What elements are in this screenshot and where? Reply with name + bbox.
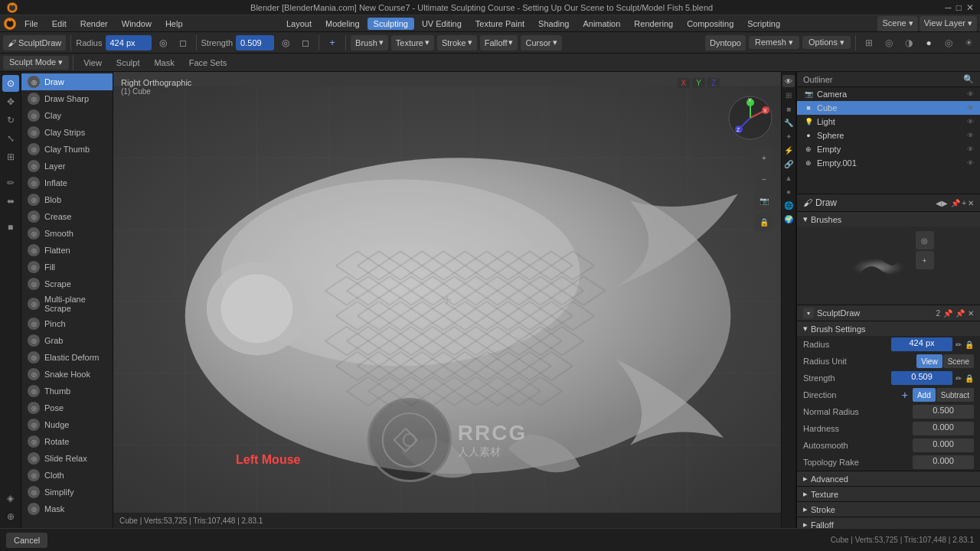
menu-help[interactable]: Help bbox=[159, 18, 189, 30]
texture-dropdown[interactable]: Texture ▾ bbox=[391, 35, 434, 51]
workspace-modeling[interactable]: Modeling bbox=[319, 18, 366, 30]
outliner-item-eye[interactable]: 👁 bbox=[967, 159, 974, 167]
subtract-direction-btn[interactable]: Subtract bbox=[936, 388, 974, 402]
direction-add-icon[interactable]: + bbox=[902, 389, 908, 401]
brush-item-scrape[interactable]: ◎Scrape bbox=[21, 276, 113, 292]
icon-tab-particles[interactable]: ✦ bbox=[782, 130, 795, 142]
direction-icon[interactable]: + bbox=[324, 34, 341, 51]
brush-prev-icon2[interactable]: + bbox=[916, 251, 934, 269]
menu-edit[interactable]: Edit bbox=[46, 18, 73, 30]
tool-measure[interactable]: ⬌ bbox=[2, 193, 19, 210]
tool-annotate[interactable]: ✏ bbox=[2, 174, 19, 191]
falloff-dropdown[interactable]: Falloff ▾ bbox=[480, 35, 518, 51]
strength-value-input[interactable]: 0.509 bbox=[891, 371, 952, 385]
brush-item-pinch[interactable]: ◎Pinch bbox=[21, 315, 113, 332]
workspace-scripting[interactable]: Scripting bbox=[741, 18, 786, 30]
sculpt-draw-toggle[interactable]: ▾ bbox=[803, 308, 814, 318]
view-layer-select[interactable]: View Layer ▾ bbox=[920, 16, 977, 31]
brush-item-pose[interactable]: ◎Pose bbox=[21, 399, 113, 416]
strength-input-wrapper[interactable]: 0.509 bbox=[236, 35, 274, 51]
navigation-gizmo[interactable]: X Y Z bbox=[727, 95, 773, 141]
brush-item-multi-plane-scrape[interactable]: ◎Multi-plane Scrape bbox=[21, 292, 113, 315]
radius-toggle2[interactable]: ◻ bbox=[175, 34, 191, 51]
cancel-button[interactable]: Cancel bbox=[6, 533, 47, 548]
scene-btn[interactable]: Scene bbox=[943, 354, 974, 368]
normal-radius-input[interactable]: 0.500 bbox=[913, 405, 974, 419]
brush-dropdown[interactable]: Brush ▾ bbox=[351, 35, 388, 51]
menu-file[interactable]: File bbox=[18, 18, 44, 30]
brush-item-rotate[interactable]: ◎Rotate bbox=[21, 433, 113, 450]
cursor-dropdown[interactable]: Cursor ▾ bbox=[521, 35, 561, 51]
brush-item-draw-sharp[interactable]: ◎Draw Sharp bbox=[21, 90, 113, 107]
outliner-item-light[interactable]: 💡 Light 👁 bbox=[797, 115, 980, 129]
icon-tab-material[interactable]: ● bbox=[782, 185, 795, 197]
dyntopo-toggle[interactable]: Dyntopo bbox=[705, 35, 746, 51]
strength-lock-icon[interactable]: 🔒 bbox=[965, 374, 974, 383]
radius-pen-icon[interactable]: ✏ bbox=[956, 341, 962, 349]
tool-cursor[interactable]: ⊙ bbox=[2, 75, 19, 92]
shading-render-icon[interactable]: ☀ bbox=[960, 34, 977, 51]
icon-tab-world[interactable]: 🌍 bbox=[782, 213, 795, 225]
viewports-icon[interactable]: ⊞ bbox=[861, 34, 877, 51]
icon-tab-physics[interactable]: ⚡ bbox=[782, 144, 795, 156]
brush-item-clay[interactable]: ◎Clay bbox=[21, 107, 113, 124]
zoom-out-btn[interactable]: − bbox=[755, 170, 773, 188]
tool-add-cube[interactable]: ■ bbox=[2, 219, 19, 236]
brush-item-inflate[interactable]: ◎Inflate bbox=[21, 174, 113, 191]
options-button[interactable]: Options ▾ bbox=[802, 36, 851, 49]
brush-item-crease[interactable]: ◎Crease bbox=[21, 208, 113, 225]
viewport[interactable]: Right Orthographic (1) Cube Left Mouse +… bbox=[113, 72, 781, 528]
brush-item-blob[interactable]: ◎Blob bbox=[21, 191, 113, 208]
workspace-uv-editing[interactable]: UV Editing bbox=[416, 18, 468, 30]
workspace-shading[interactable]: Shading bbox=[532, 18, 575, 30]
brush-item-flatten[interactable]: ◎Flatten bbox=[21, 242, 113, 259]
mode-sculpt[interactable]: Sculpt bbox=[110, 56, 146, 70]
strength-toggle2[interactable]: ◻ bbox=[297, 34, 314, 51]
zoom-in-btn[interactable]: + bbox=[755, 148, 773, 167]
tool-rotate-tool[interactable]: ↻ bbox=[2, 112, 19, 129]
tool-move[interactable]: ✥ bbox=[2, 93, 19, 110]
outliner-item-sphere[interactable]: ● Sphere 👁 bbox=[797, 129, 980, 142]
add-direction-btn[interactable]: Add bbox=[913, 388, 936, 402]
brush-item-nudge[interactable]: ◎Nudge bbox=[21, 416, 113, 433]
mode-sculpt-mode[interactable]: Sculpt Mode ▾ bbox=[3, 56, 69, 70]
icon-tab-data[interactable]: ▲ bbox=[782, 171, 795, 184]
autosmooth-input[interactable]: 0.000 bbox=[913, 439, 974, 452]
brush-next-btn[interactable]: ▶ bbox=[942, 199, 948, 207]
brush-item-slide-relax[interactable]: ◎Slide Relax bbox=[21, 450, 113, 467]
workspace-rendering[interactable]: Rendering bbox=[628, 18, 679, 30]
brush-item-draw[interactable]: ◎Draw bbox=[21, 73, 113, 90]
icon-tab-scene[interactable]: 🌐 bbox=[782, 199, 795, 211]
outliner-item-eye[interactable]: 👁 bbox=[967, 145, 974, 153]
brush-item-simplify[interactable]: ◎Simplify bbox=[21, 484, 113, 500]
icon-tab-view[interactable]: 👁 bbox=[782, 75, 795, 87]
sculpt-draw-close[interactable]: ✕ bbox=[968, 309, 974, 318]
brush-item-snake-hook[interactable]: ◎Snake Hook bbox=[21, 366, 113, 383]
view-btn[interactable]: View bbox=[916, 354, 942, 368]
workspace-sculpting[interactable]: Sculpting bbox=[368, 18, 414, 30]
outliner-item-camera[interactable]: 📷 Camera 👁 bbox=[797, 87, 980, 101]
minimize-button[interactable]: ─ bbox=[945, 2, 952, 13]
brush-item-grab[interactable]: ◎Grab bbox=[21, 332, 113, 349]
lock-view-btn[interactable]: 🔒 bbox=[755, 213, 773, 231]
brushes-section-header[interactable]: ▾ Brushes bbox=[797, 212, 980, 227]
brush-item-clay-strips[interactable]: ◎Clay Strips bbox=[21, 124, 113, 141]
texture-header[interactable]: ▸ Texture bbox=[797, 487, 980, 501]
stroke-dropdown[interactable]: Stroke ▾ bbox=[437, 35, 477, 51]
workspace-compositing[interactable]: Compositing bbox=[681, 18, 740, 30]
outliner-item-eye[interactable]: 👁 bbox=[967, 104, 974, 112]
icon-tab-modifier[interactable]: 🔧 bbox=[782, 116, 795, 129]
outliner-search-icon[interactable]: 🔍 bbox=[963, 74, 974, 84]
icon-tab-object[interactable]: ■ bbox=[782, 103, 795, 115]
mode-face-sets[interactable]: Face Sets bbox=[183, 56, 234, 70]
brush-pin-btn[interactable]: 📌 bbox=[951, 199, 960, 207]
brush-item-fill[interactable]: ◎Fill bbox=[21, 259, 113, 276]
sculpt-draw-pin2[interactable]: 📌 bbox=[956, 309, 965, 318]
brush-item-clay-thumb[interactable]: ◎Clay Thumb bbox=[21, 141, 113, 158]
falloff-header[interactable]: ▸ Falloff bbox=[797, 517, 980, 528]
xray-icon[interactable]: ◑ bbox=[900, 34, 917, 51]
sculpt-draw-button[interactable]: 🖌 SculptDraw bbox=[3, 35, 66, 51]
overlay-icon[interactable]: ◎ bbox=[880, 34, 897, 51]
icon-tab-filter[interactable]: ⊞ bbox=[782, 89, 795, 101]
shading-material-icon[interactable]: ◎ bbox=[940, 34, 957, 51]
